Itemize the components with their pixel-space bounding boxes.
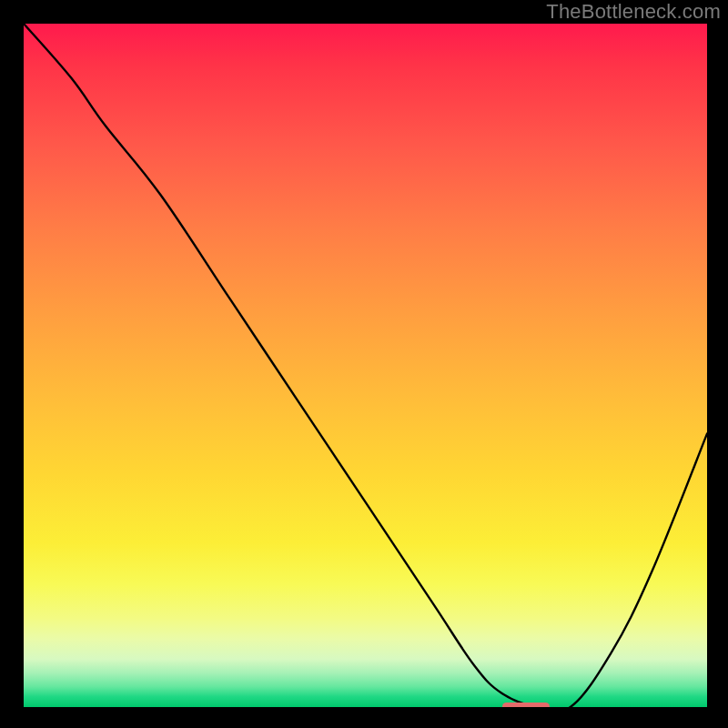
- chart-container: TheBottleneck.com: [0, 0, 728, 728]
- bottleneck-curve: [24, 24, 707, 707]
- optimal-marker: [502, 703, 551, 707]
- curve-svg: [24, 24, 707, 707]
- plot-area: [24, 24, 707, 707]
- watermark-text: TheBottleneck.com: [546, 0, 721, 24]
